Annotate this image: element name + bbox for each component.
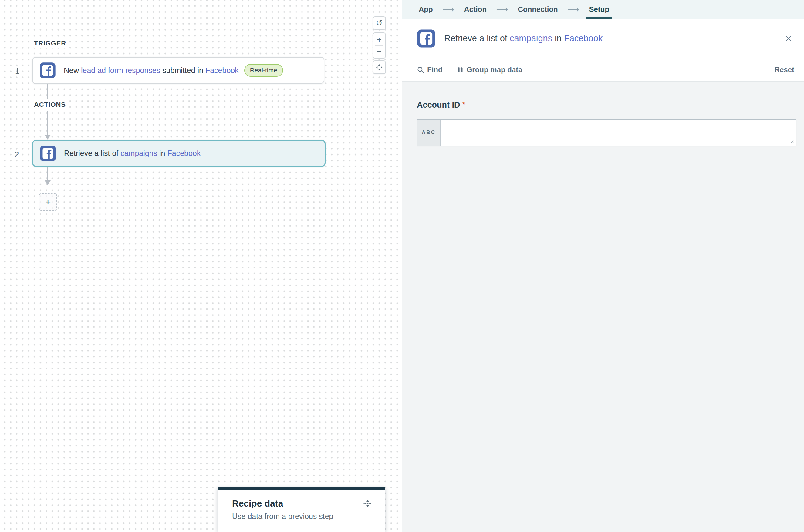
workflow-canvas[interactable]: TRIGGER 1 New lead ad form responses sub… xyxy=(0,0,402,532)
panel-title: Retrieve a list of campaigns in Facebook xyxy=(444,33,602,43)
step-text-part: in xyxy=(157,149,167,157)
connector-arrowhead xyxy=(44,180,51,185)
step-config-panel: App ⟶ Action ⟶ Connection ⟶ Setup Retrie… xyxy=(402,0,804,532)
panel-form-body: Account ID * ABC xyxy=(402,81,804,532)
arrow-right-icon: ⟶ xyxy=(497,0,508,19)
facebook-icon xyxy=(39,62,56,79)
undo-button[interactable]: ↺ xyxy=(373,16,386,30)
step-2-title: Retrieve a list of campaigns in Facebook xyxy=(64,149,201,158)
undo-icon: ↺ xyxy=(376,19,382,27)
account-id-label: Account ID xyxy=(417,100,460,110)
facebook-icon xyxy=(40,145,56,162)
group-map-data-button[interactable]: Group map data xyxy=(456,65,522,74)
drag-handle-icon xyxy=(363,500,372,507)
connector-line xyxy=(47,111,48,135)
actions-section-label: ACTIONS xyxy=(34,100,68,109)
connector-line xyxy=(47,167,48,181)
close-icon xyxy=(784,34,793,43)
trigger-step-card[interactable]: New lead ad form responses submitted in … xyxy=(32,57,324,84)
title-text-part: in xyxy=(552,33,564,43)
reset-button[interactable]: Reset xyxy=(774,65,794,74)
connector-line xyxy=(47,84,48,99)
panel-object-link[interactable]: campaigns xyxy=(510,33,552,43)
step-text-part: New xyxy=(64,66,81,75)
zoom-out-button[interactable]: − xyxy=(373,46,385,57)
recipe-data-subtitle: Use data from a previous step xyxy=(232,512,385,521)
find-label: Find xyxy=(427,65,443,74)
find-button[interactable]: Find xyxy=(417,65,443,74)
zoom-in-button[interactable]: + xyxy=(373,34,385,45)
step-text-part: Retrieve a list of xyxy=(64,149,120,157)
trigger-section-label: TRIGGER xyxy=(34,39,68,48)
zoom-control: + − xyxy=(373,33,386,59)
panel-toolbar: Find Group map data Reset xyxy=(402,58,804,81)
group-columns-icon xyxy=(456,66,464,73)
tab-setup[interactable]: Setup xyxy=(588,0,611,19)
action-app-link[interactable]: Facebook xyxy=(167,149,201,157)
fit-to-view-button[interactable] xyxy=(373,60,386,74)
tab-action[interactable]: Action xyxy=(463,0,488,19)
text-type-indicator: ABC xyxy=(417,119,441,146)
action-step-card-selected[interactable]: Retrieve a list of campaigns in Facebook xyxy=(32,140,325,167)
trigger-app-link[interactable]: Facebook xyxy=(205,66,239,75)
search-icon xyxy=(417,66,424,73)
recipe-data-panel[interactable]: Recipe data Use data from a previous ste… xyxy=(218,487,385,532)
arrow-right-icon: ⟶ xyxy=(443,0,454,19)
resize-handle[interactable] xyxy=(363,500,372,508)
realtime-badge: Real-time xyxy=(244,64,283,77)
pan-arrows-icon xyxy=(375,63,383,71)
panel-app-link[interactable]: Facebook xyxy=(564,33,602,43)
group-map-data-label: Group map data xyxy=(467,65,522,74)
recipe-data-topbar xyxy=(218,487,385,491)
required-asterisk: * xyxy=(462,100,465,108)
facebook-icon xyxy=(417,29,436,48)
recipe-data-title: Recipe data xyxy=(232,498,385,509)
account-id-input[interactable] xyxy=(441,119,796,146)
close-panel-button[interactable] xyxy=(782,32,796,45)
step-1-title: New lead ad form responses submitted in … xyxy=(64,66,239,75)
reset-label: Reset xyxy=(774,65,794,74)
account-id-label-row: Account ID * xyxy=(417,100,797,110)
step-1-number: 1 xyxy=(15,66,19,76)
add-step-button[interactable]: + xyxy=(39,193,57,211)
account-id-input-group: ABC xyxy=(417,119,797,146)
action-object-link[interactable]: campaigns xyxy=(120,149,157,157)
panel-header: Retrieve a list of campaigns in Facebook xyxy=(402,19,804,58)
tab-connection[interactable]: Connection xyxy=(517,0,559,19)
step-text-part: submitted in xyxy=(160,66,205,75)
title-text-part: Retrieve a list of xyxy=(444,33,510,43)
connector-arrowhead xyxy=(44,135,51,139)
arrow-right-icon: ⟶ xyxy=(568,0,579,19)
tab-app[interactable]: App xyxy=(417,0,434,19)
step-2-number: 2 xyxy=(15,150,19,159)
trigger-event-link[interactable]: lead ad form responses xyxy=(81,66,160,75)
plus-icon: + xyxy=(45,196,51,208)
config-breadcrumb-tabs: App ⟶ Action ⟶ Connection ⟶ Setup xyxy=(402,0,804,19)
